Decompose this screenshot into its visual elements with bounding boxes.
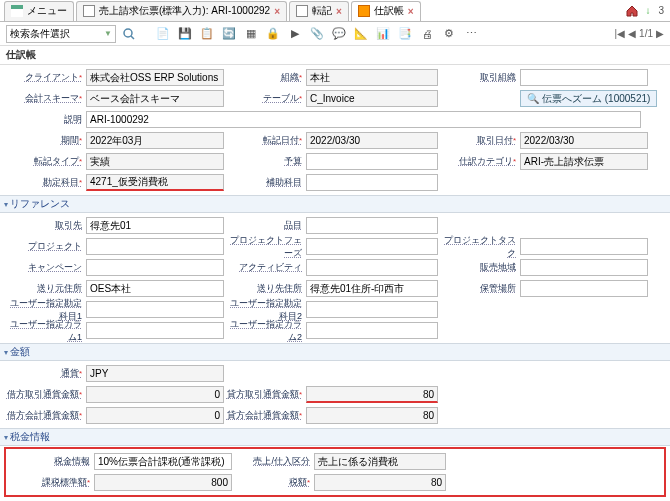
org-field: 本社 [306, 69, 438, 86]
uc1-field[interactable] [86, 322, 224, 339]
section-general: クライアント株式会社OSS ERP Solutions 組織本社 取引組織 会計… [0, 65, 670, 195]
txndate-field: 2022/03/30 [520, 132, 648, 149]
ud2-field[interactable] [306, 301, 438, 318]
txnorg-label: 取引組織 [438, 71, 520, 84]
dr-src-label: 借方取引通貨金額 [4, 388, 86, 401]
tab-bar: メニュー 売上請求伝票(標準入力): ARI-1000292× 転記× 仕訳帳×… [0, 0, 670, 22]
soporeg-field: 売上に係る消費税 [314, 453, 446, 470]
search-icon: 🔍 [527, 93, 539, 104]
uc2-field[interactable] [306, 322, 438, 339]
table-field: C_Invoice [306, 90, 438, 107]
section-header-tax[interactable]: 税金情報 [0, 428, 670, 446]
nav-first-icon[interactable]: |◀ [614, 28, 625, 39]
locto-field[interactable]: 得意先01住所-印西市 [306, 280, 438, 297]
close-icon[interactable]: × [274, 6, 280, 17]
new-icon[interactable]: 📄 [154, 25, 172, 43]
run-icon[interactable]: ▶ [286, 25, 304, 43]
taxinfo-field[interactable]: 10%伝票合計課税(通常課税) [94, 453, 232, 470]
nav-prev-icon[interactable]: ◀ [628, 28, 636, 39]
project-field[interactable] [86, 238, 224, 255]
locfrom-label: 送り元住所 [4, 282, 86, 295]
save-icon[interactable]: 💾 [176, 25, 194, 43]
doc-icon [296, 5, 308, 17]
desc-field[interactable]: ARI-1000292 [86, 111, 641, 128]
tool-b-icon[interactable]: 📊 [374, 25, 392, 43]
svg-line-1 [131, 36, 134, 39]
phase-label: プロジェクトフェーズ [224, 234, 306, 260]
report-icon[interactable]: 📑 [396, 25, 414, 43]
campaign-field[interactable] [86, 259, 224, 276]
cr-acc-label: 貸方会計通貨金額 [224, 409, 306, 422]
form-title: 仕訳帳 [0, 46, 670, 65]
copy-icon[interactable]: 📋 [198, 25, 216, 43]
print-icon[interactable]: 🖨 [418, 25, 436, 43]
grid-icon[interactable]: ▦ [242, 25, 260, 43]
zoom-button[interactable]: 🔍伝票へズーム (1000521) [520, 90, 657, 107]
tab-menu[interactable]: メニュー [4, 1, 74, 21]
dr-acc-field: 0 [86, 407, 224, 424]
whloc-label: 保管場所 [438, 282, 520, 295]
tab-invoice[interactable]: 売上請求伝票(標準入力): ARI-1000292× [76, 1, 287, 21]
chat-icon[interactable]: 💬 [330, 25, 348, 43]
txnorg-field[interactable] [520, 69, 648, 86]
whloc-field[interactable] [520, 280, 648, 297]
phase-field[interactable] [306, 238, 438, 255]
soporeg-label: 売上/仕入区分 [232, 455, 314, 468]
bpart-field[interactable]: 得意先01 [86, 217, 224, 234]
attach-icon[interactable]: 📎 [308, 25, 326, 43]
close-icon[interactable]: × [408, 6, 414, 17]
taxinfo-label: 税金情報 [12, 455, 94, 468]
lock-icon[interactable]: 🔒 [264, 25, 282, 43]
journalcat-field: ARI-売上請求伝票 [520, 153, 648, 170]
client-field: 株式会社OSS ERP Solutions [86, 69, 224, 86]
close-icon[interactable]: × [336, 6, 342, 17]
table-label: テーブル [224, 92, 306, 105]
home-icon[interactable] [625, 4, 639, 18]
tab-journal[interactable]: 仕訳帳× [351, 1, 421, 21]
nav-next-icon[interactable]: ▶ [656, 28, 664, 39]
product-field[interactable] [306, 217, 438, 234]
more-icon[interactable]: ⋯ [462, 25, 480, 43]
tool-a-icon[interactable]: 📐 [352, 25, 370, 43]
uc1-label: ユーザー指定カラム1 [4, 318, 86, 344]
posttype-label: 転記タイプ [4, 155, 86, 168]
search-select[interactable]: 検索条件選択▼ [6, 25, 116, 43]
gear-icon[interactable]: ⚙ [440, 25, 458, 43]
ud1-field[interactable] [86, 301, 224, 318]
desc-label: 説明 [4, 113, 86, 126]
activity-field[interactable] [306, 259, 438, 276]
locfrom-field[interactable]: OES本社 [86, 280, 224, 297]
budget-field[interactable] [306, 153, 438, 170]
campaign-label: キャンペーン [4, 261, 86, 274]
dr-acc-label: 借方会計通貨金額 [4, 409, 86, 422]
taxbase-field: 800 [94, 474, 232, 491]
task-field[interactable] [520, 238, 648, 255]
section-header-amount[interactable]: 金額 [0, 343, 670, 361]
cr-acc-field: 80 [306, 407, 438, 424]
postdate-field: 2022/03/30 [306, 132, 438, 149]
budget-label: 予算 [224, 155, 306, 168]
book-icon [358, 5, 370, 17]
activity-label: アクティビティ [224, 261, 306, 274]
section-header-reference[interactable]: リファレンス [0, 195, 670, 213]
svg-point-0 [124, 29, 132, 37]
schema-field: ベース会計スキーマ [86, 90, 224, 107]
subacct-field[interactable] [306, 174, 438, 191]
doc-icon [83, 5, 95, 17]
taxbase-label: 課税標準額 [12, 476, 94, 489]
taxamt-field: 80 [314, 474, 446, 491]
txndate-label: 取引日付 [438, 134, 520, 147]
schema-label: 会計スキーマ [4, 92, 86, 105]
region-field[interactable] [520, 259, 648, 276]
refresh-icon[interactable]: 🔄 [220, 25, 238, 43]
subacct-label: 補助科目 [224, 176, 306, 189]
tab-post[interactable]: 転記× [289, 1, 349, 21]
cr-src-label: 貸方取引通貨金額 [224, 388, 306, 401]
list-icon [11, 5, 23, 17]
postdate-label: 転記日付 [224, 134, 306, 147]
down-arrow-icon[interactable]: ↓ [645, 5, 650, 16]
period-label: 期間 [4, 134, 86, 147]
search-icon[interactable] [120, 25, 138, 43]
account-label: 勘定科目 [4, 176, 86, 189]
posttype-field: 実績 [86, 153, 224, 170]
